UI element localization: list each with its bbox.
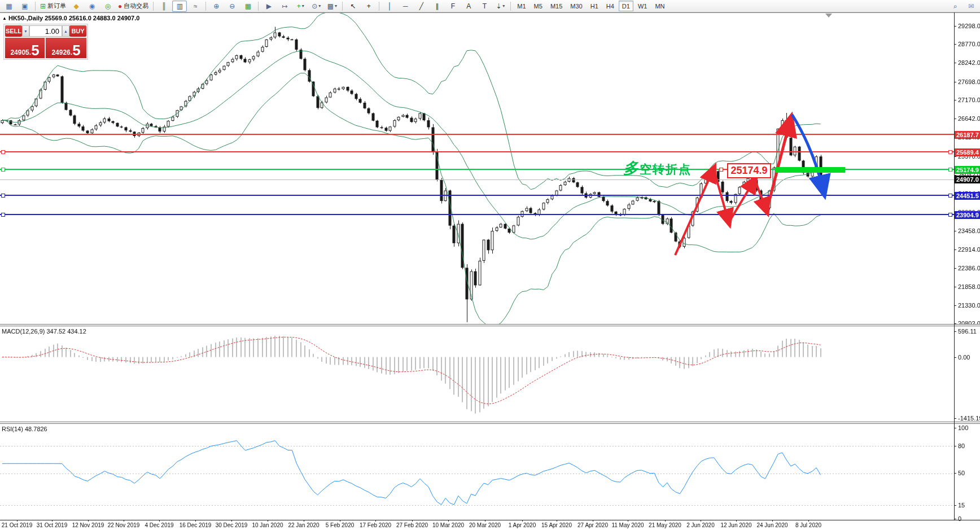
mt4-window: ▦▣⊞新订单◆◉◎●自动交易║▥≈⊕⊖▦▶↦+▾⊙▾▩▾↖+│─╱∥FAT⇣▾M…: [0, 0, 980, 530]
volume-decrease-button[interactable]: ▼: [22, 25, 29, 37]
macd-panel-divider[interactable]: [0, 324, 980, 326]
annotation-text[interactable]: 多空转折点: [623, 158, 692, 178]
collapse-icon[interactable]: ▲: [2, 16, 7, 21]
buy-price-dec: 5: [72, 44, 80, 56]
price-label-box[interactable]: 25174.9: [727, 163, 771, 178]
buy-button[interactable]: BUY: [69, 25, 86, 37]
volume-increase-button[interactable]: ▲: [62, 25, 69, 37]
price-axis-border: [954, 12, 955, 520]
rsi-indicator-label: RSI(14) 48.7826: [2, 426, 47, 432]
red-trend-arrow-4[interactable]: [755, 179, 767, 211]
time-axis-border: [0, 520, 980, 520]
buy-price-button[interactable]: 24926.5: [46, 38, 86, 58]
sell-button[interactable]: SELL: [5, 25, 22, 37]
macd-indicator-label: MACD(12,26,9) 347.52 434.12: [2, 328, 86, 335]
red-trend-arrow-1[interactable]: [675, 169, 714, 255]
annotation-first-char: 多: [623, 160, 640, 177]
red-trend-arrow-3[interactable]: [729, 179, 755, 222]
support-zone-bar[interactable]: [775, 167, 845, 173]
sell-price-int: 24905: [10, 49, 29, 56]
blue-trend-arrow[interactable]: [792, 115, 824, 192]
buy-price-int: 24926: [51, 49, 70, 56]
volume-input[interactable]: 1.00: [29, 25, 62, 37]
chart-top-border: [0, 12, 980, 13]
one-click-trading-panel: SELL ▼ 1.00 ▲ BUY 24905.5 24926.5: [3, 24, 88, 60]
trend-arrows[interactable]: [0, 0, 980, 530]
sell-price-dec: 5: [31, 44, 39, 56]
symbol-header: ▲ HK50-,Daily 25569.0 25616.0 24883.0 24…: [2, 15, 139, 21]
sell-price-button[interactable]: 24905.5: [5, 38, 45, 58]
symbol-period-label: HK50-,Daily: [8, 15, 43, 21]
rsi-panel-divider[interactable]: [0, 422, 980, 424]
ohlc-quote: 25569.0 25616.0 24883.0 24907.0: [45, 15, 139, 21]
chart-shift-marker[interactable]: [825, 14, 832, 17]
price-label-anchor: [719, 168, 723, 172]
red-trend-arrow-2[interactable]: [714, 169, 729, 222]
